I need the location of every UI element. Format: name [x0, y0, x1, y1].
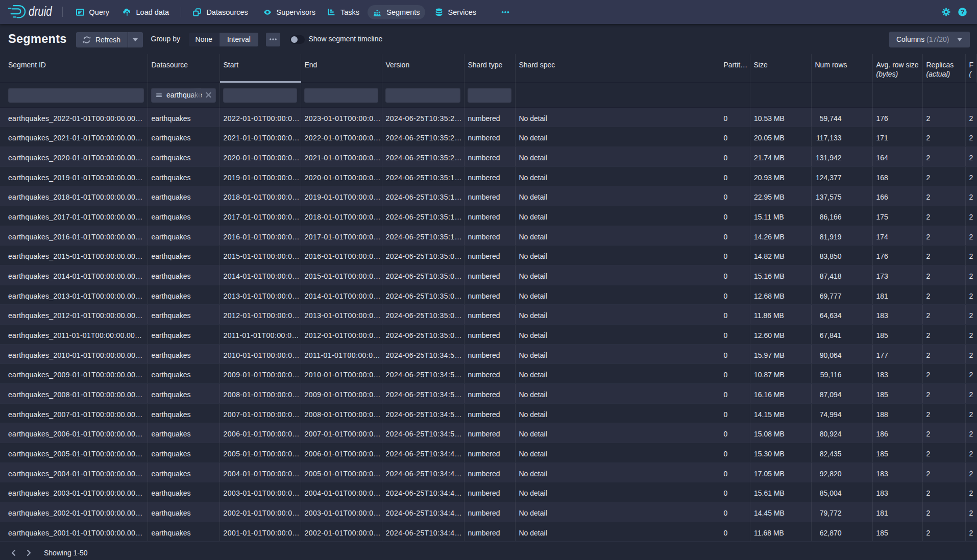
svg-text:?: ?	[961, 9, 964, 16]
